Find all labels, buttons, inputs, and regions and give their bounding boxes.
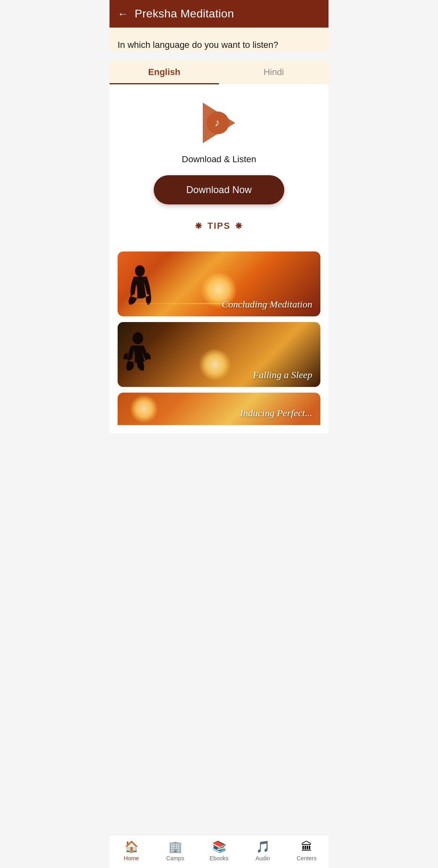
svg-text:♪: ♪ [215, 116, 220, 129]
card-partial-label: Inducing Perfect... [232, 401, 320, 425]
download-listen-label: Download & Listen [182, 154, 256, 165]
download-now-button[interactable]: Download Now [154, 175, 284, 204]
language-section: In which language do you want to listen? [110, 28, 328, 52]
app-header: ← Preksha Meditation [110, 0, 328, 28]
card-concluding-meditation[interactable]: Concluding Meditation [118, 251, 320, 316]
tips-heading: ❋ TIPS ❋ [195, 221, 243, 231]
cards-section: Concluding Meditation Falling a Sleep [110, 251, 328, 433]
svg-point-4 [133, 332, 143, 344]
tips-flower-left-icon: ❋ [195, 221, 203, 231]
back-button[interactable]: ← [118, 8, 128, 20]
page-title: Preksha Meditation [135, 7, 234, 20]
silhouette-lotus-icon [122, 330, 158, 387]
tips-flower-right-icon: ❋ [235, 221, 243, 231]
tab-hindi[interactable]: Hindi [219, 61, 328, 84]
tab-english[interactable]: English [110, 61, 219, 84]
play-icon-container: ♪ [197, 101, 241, 147]
card-concluding-label: Concluding Meditation [214, 292, 320, 316]
card-falling-asleep-label: Falling a Sleep [245, 363, 320, 387]
svg-point-3 [135, 265, 145, 277]
tips-label: TIPS [208, 221, 231, 231]
language-tabs: English Hindi [110, 61, 328, 84]
card-falling-asleep[interactable]: Falling a Sleep [118, 322, 320, 387]
card-partial[interactable]: Inducing Perfect... [118, 393, 320, 425]
play-music-icon: ♪ [197, 101, 241, 145]
language-question-text: In which language do you want to listen? [118, 39, 320, 52]
silhouette-sitting-icon [126, 264, 158, 316]
main-content: ♪ Download & Listen Download Now ❋ TIPS … [110, 84, 328, 251]
